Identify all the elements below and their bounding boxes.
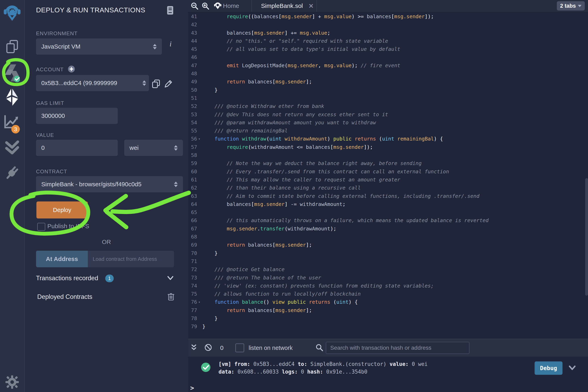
editor-scrollbar[interactable]: [585, 178, 588, 296]
solidity-compiler-icon[interactable]: [0, 63, 24, 82]
or-separator: OR: [25, 238, 188, 246]
tab-simplebank-label: SimpleBank.sol: [261, 2, 303, 9]
code-text: [202, 94, 202, 102]
plugin-icon[interactable]: [0, 164, 24, 181]
fold-gutter: [197, 53, 202, 61]
deploy-and-run-icon[interactable]: [0, 88, 24, 106]
add-account-icon[interactable]: [68, 65, 75, 74]
line-number: 74: [188, 282, 197, 290]
tx-log-line[interactable]: data: 0x608...60033 logs: 0 hash: 0x91e.…: [219, 369, 367, 375]
fold-gutter: [197, 12, 202, 21]
fold-gutter: [197, 241, 202, 249]
tab-home[interactable]: Home: [214, 1, 239, 11]
line-number: 69: [188, 241, 197, 249]
tabs-count-dropdown[interactable]: 2 tabs: [557, 1, 585, 10]
copy-account-icon[interactable]: [152, 79, 160, 89]
line-number: 42: [188, 21, 197, 29]
remix-logo-icon: [0, 4, 24, 23]
analytics-icon[interactable]: 3: [0, 114, 24, 134]
code-text: /// @notice Withdraw ether from bank: [202, 102, 324, 110]
code-text: /// @param withdrawAmount amount you wan…: [202, 119, 376, 127]
code-text: return balances[msg.sender];: [202, 241, 312, 249]
line-number: 77: [188, 306, 197, 314]
code-text: require((balances[msg.sender] + msg.valu…: [202, 12, 434, 21]
testing-icon[interactable]: [0, 140, 24, 155]
fold-arrow-icon[interactable]: ▾: [197, 298, 202, 306]
code-text: [202, 70, 202, 78]
code-text: [202, 151, 202, 159]
contract-label: CONTRACT: [36, 168, 67, 175]
line-number: 43: [188, 29, 197, 37]
line-number: 51: [188, 94, 197, 102]
pending-tx-count: 0: [220, 344, 224, 351]
terminal-collapse-icon[interactable]: [191, 344, 197, 352]
select-stepper-icon: [153, 44, 157, 50]
value-unit: wei: [129, 144, 139, 151]
line-number: 54: [188, 119, 197, 127]
clear-terminal-ban-icon[interactable]: [204, 344, 212, 352]
fold-gutter: [197, 37, 202, 45]
at-address-button[interactable]: At Address: [36, 251, 88, 267]
zoom-out-icon[interactable]: [191, 2, 199, 11]
fold-gutter: [197, 143, 202, 151]
value-unit-select[interactable]: wei: [124, 140, 183, 156]
at-address-input[interactable]: Load contract from Address: [88, 251, 174, 267]
fold-gutter: [197, 322, 202, 331]
code-line: 53 /// @dev This does not return any exc…: [188, 110, 588, 119]
deploy-button[interactable]: Deploy: [36, 202, 88, 218]
settings-gear-icon[interactable]: [0, 375, 24, 389]
line-number: 62: [188, 184, 197, 192]
value-label: VALUE: [36, 132, 54, 138]
publish-ipfs-checkbox[interactable]: [37, 223, 45, 231]
fold-gutter: [197, 314, 202, 322]
line-number: 57: [188, 143, 197, 151]
code-editor[interactable]: 41 require((balances[msg.sender] + msg.v…: [188, 12, 588, 336]
account-label: ACCOUNT: [36, 66, 64, 73]
environment-select[interactable]: JavaScript VM: [36, 38, 162, 55]
gas-limit-value: 3000000: [41, 112, 65, 119]
value-input[interactable]: 0: [36, 140, 118, 156]
line-number: 47: [188, 62, 197, 70]
debug-button[interactable]: Debug: [535, 362, 563, 375]
code-line: 69 return balances[msg.sender];: [188, 241, 588, 249]
gas-limit-input[interactable]: 3000000: [36, 108, 118, 124]
contract-select[interactable]: SimpleBank - browser/gists/f490c0d5: [36, 176, 183, 192]
code-text: }: [202, 322, 205, 331]
code-line: 79}: [188, 322, 588, 331]
deployed-contracts-label: Deployed Contracts: [37, 293, 92, 300]
environment-info-icon[interactable]: i: [170, 40, 172, 48]
zoom-in-icon[interactable]: [202, 2, 210, 11]
edit-account-icon[interactable]: [164, 79, 173, 89]
code-line: 62 // than their balance using a recursi…: [188, 184, 588, 192]
code-text: // Aim to commit state before calling ex…: [202, 192, 480, 200]
terminal-prompt[interactable]: >: [190, 384, 194, 392]
code-line: 63 // Aim to commit state before calling…: [188, 192, 588, 200]
code-text: return balances[msg.sender];: [202, 78, 312, 86]
code-text: function balance() view public returns (…: [202, 298, 358, 306]
fold-arrow-icon[interactable]: ▾: [197, 135, 202, 143]
line-number: 76: [188, 298, 197, 306]
line-number: 48: [188, 70, 197, 78]
value-amount: 0: [41, 144, 45, 151]
code-text: // than their balance using a recursive …: [202, 184, 361, 192]
tab-simplebank[interactable]: SimpleBank.sol ✕: [252, 0, 316, 12]
code-line: 59 // Note the way we deduct the balance…: [188, 159, 588, 168]
clear-deployed-trash-icon[interactable]: [168, 292, 174, 302]
log-expand-chevron-icon[interactable]: [568, 365, 576, 372]
remix-ide-window: 3: [0, 0, 588, 392]
code-line: 67 msg.sender.transfer(withdrawAmount);: [188, 225, 588, 233]
file-explorer-icon[interactable]: [0, 40, 24, 54]
tab-close-icon[interactable]: ✕: [308, 2, 314, 10]
transactions-expand-chevron-icon[interactable]: [167, 275, 174, 282]
account-select[interactable]: 0x5B3...eddC4 (99.9999999: [36, 75, 149, 91]
code-text: // allows function to run locally/off bl…: [202, 290, 361, 298]
terminal-search-input[interactable]: [326, 342, 469, 354]
plugin-doc-icon[interactable]: [166, 6, 174, 16]
code-text: [202, 21, 202, 29]
listen-network-checkbox[interactable]: [235, 344, 244, 352]
code-line: 77 return balances[msg.sender];: [188, 306, 588, 314]
terminal-toolbar: 0 listen on network: [188, 339, 588, 357]
tx-log-line[interactable]: [vm] from: 0x5B3...eddC4 to: SimpleBank.…: [219, 361, 428, 367]
account-value: 0x5B3...eddC4 (99.9999999: [41, 80, 142, 86]
code-line: 46: [188, 53, 588, 61]
